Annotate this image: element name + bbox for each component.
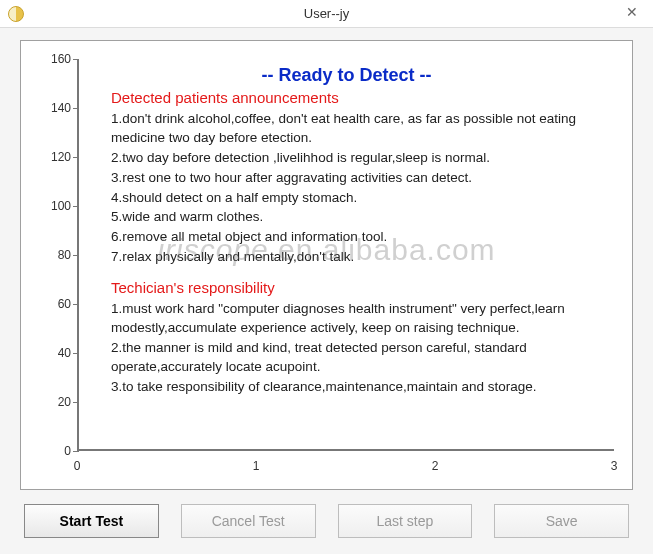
x-axis-tick: 1	[253, 459, 260, 473]
technician-line: 1.must work hard "computer diagnoses hea…	[111, 300, 596, 338]
chart-title: -- Ready to Detect --	[79, 65, 614, 86]
close-icon[interactable]: ✕	[611, 0, 653, 24]
x-axis-tick: 3	[611, 459, 618, 473]
main-panel: 020406080100120140160 0123 -- Ready to D…	[20, 40, 633, 490]
x-axis-tick: 2	[432, 459, 439, 473]
y-axis-tick: 0	[31, 444, 71, 458]
patient-section-header: Detected patients announcements	[111, 87, 596, 108]
patient-line: 5.wide and warm clothes.	[111, 208, 596, 227]
y-axis-tick: 40	[31, 346, 71, 360]
y-axis-tick: 20	[31, 395, 71, 409]
y-axis-tick: 140	[31, 101, 71, 115]
cancel-test-button[interactable]: Cancel Test	[181, 504, 316, 538]
start-test-button[interactable]: Start Test	[24, 504, 159, 538]
y-axis-tick: 80	[31, 248, 71, 262]
patient-line: 2.two day before detection ,livelihhod i…	[111, 149, 596, 168]
patient-line: 4.should detect on a half empty stomach.	[111, 189, 596, 208]
patient-line: 7.relax physically and mentally,don't ta…	[111, 248, 596, 267]
technician-line: 2.the manner is mild and kind, treat det…	[111, 339, 596, 377]
y-axis-tick: 160	[31, 52, 71, 66]
instructions-block: Detected patients announcements 1.don't …	[111, 87, 596, 398]
y-axis-tick: 100	[31, 199, 71, 213]
patient-line: 1.don't drink alcohol,coffee, don't eat …	[111, 110, 596, 148]
button-row: Start Test Cancel Test Last step Save	[0, 490, 653, 538]
patient-line: 6.remove all metal object and informatio…	[111, 228, 596, 247]
window-title: User--jy	[304, 6, 350, 21]
chart-area: 020406080100120140160 0123 -- Ready to D…	[31, 49, 622, 485]
last-step-button[interactable]: Last step	[338, 504, 473, 538]
technician-line: 3.to take responsibility of clearance,ma…	[111, 378, 596, 397]
y-axis-tick: 120	[31, 150, 71, 164]
x-axis-tick: 0	[74, 459, 81, 473]
technician-section-header: Techician's responsibility	[111, 277, 596, 298]
patient-line: 3.rest one to two hour after aggravating…	[111, 169, 596, 188]
app-icon	[8, 6, 24, 22]
save-button[interactable]: Save	[494, 504, 629, 538]
title-bar: User--jy ✕	[0, 0, 653, 28]
y-axis-tick: 60	[31, 297, 71, 311]
